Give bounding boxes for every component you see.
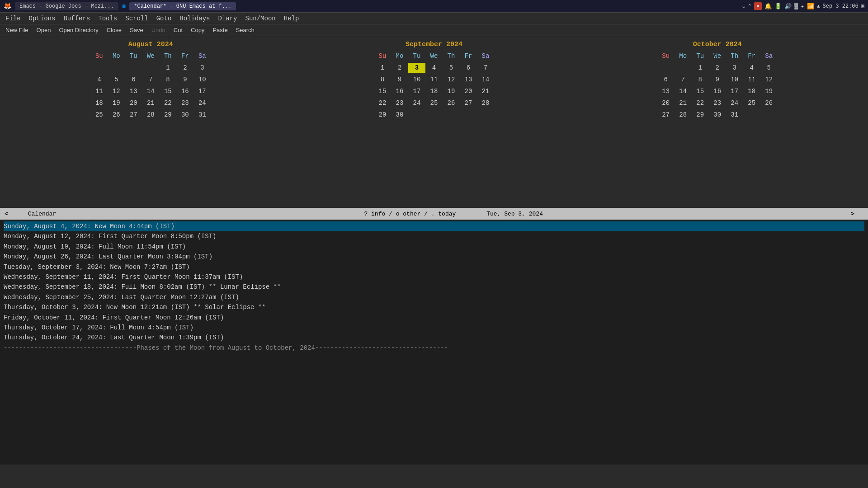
sep-19[interactable]: 19 — [443, 86, 460, 96]
sep-24[interactable]: 24 — [408, 98, 425, 108]
sep-3-today[interactable]: 3 — [408, 63, 425, 73]
chevron-up-icon[interactable]: ⌃ — [748, 3, 751, 9]
oct-26[interactable]: 26 — [760, 98, 778, 108]
oct-11[interactable]: 11 — [743, 75, 760, 84]
sep-25[interactable]: 25 — [425, 98, 443, 108]
oct-19[interactable]: 19 — [760, 86, 778, 96]
aug-8[interactable]: 8 — [159, 75, 176, 84]
aug-1[interactable]: 1 — [159, 63, 176, 73]
oct-8[interactable]: 8 — [692, 75, 709, 84]
sep-2[interactable]: 2 — [391, 63, 408, 73]
sep-28[interactable]: 28 — [477, 98, 494, 108]
sep-6[interactable]: 6 — [460, 63, 477, 73]
oct-7[interactable]: 7 — [675, 75, 692, 84]
sep-23[interactable]: 23 — [391, 98, 408, 108]
oct-30[interactable]: 30 — [709, 110, 726, 120]
aug-9[interactable]: 9 — [176, 75, 193, 84]
open-directory-button[interactable]: Open Directory — [55, 26, 102, 34]
sep-27[interactable]: 27 — [460, 98, 477, 108]
aug-14[interactable]: 14 — [142, 86, 159, 96]
oct-12[interactable]: 12 — [760, 75, 778, 84]
oct-4[interactable]: 4 — [743, 63, 760, 73]
aug-15[interactable]: 15 — [159, 86, 176, 96]
sep-16[interactable]: 16 — [391, 86, 408, 96]
sep-22[interactable]: 22 — [374, 98, 391, 108]
oct-18[interactable]: 18 — [743, 86, 760, 96]
aug-24[interactable]: 24 — [193, 98, 211, 108]
sep-17[interactable]: 17 — [408, 86, 425, 96]
new-file-button[interactable]: New File — [2, 26, 32, 34]
oct-15[interactable]: 15 — [692, 86, 709, 96]
aug-16[interactable]: 16 — [176, 86, 193, 96]
menu-scroll[interactable]: Scroll — [122, 14, 151, 23]
aug-20[interactable]: 20 — [125, 98, 142, 108]
sep-26[interactable]: 26 — [443, 98, 460, 108]
oct-1[interactable]: 1 — [692, 63, 709, 73]
oct-13[interactable]: 13 — [657, 86, 675, 96]
sep-9[interactable]: 9 — [391, 75, 408, 84]
aug-18[interactable]: 18 — [90, 98, 108, 108]
oct-21[interactable]: 21 — [675, 98, 692, 108]
tab-emacs-calendar[interactable]: *Calendar* - GNU Emacs at f... — [129, 2, 236, 10]
sep-8[interactable]: 8 — [374, 75, 391, 84]
expand-icon[interactable]: ▲ — [817, 4, 820, 9]
sep-30[interactable]: 30 — [391, 110, 408, 120]
aug-7[interactable]: 7 — [142, 75, 159, 84]
menu-holidays[interactable]: Holidays — [176, 14, 213, 23]
aug-31[interactable]: 31 — [193, 110, 211, 120]
paste-button[interactable]: Paste — [209, 26, 231, 34]
oct-27[interactable]: 27 — [657, 110, 675, 120]
sep-4[interactable]: 4 — [425, 63, 443, 73]
prev-button[interactable]: < — [5, 211, 8, 217]
oct-22[interactable]: 22 — [692, 98, 709, 108]
aug-3[interactable]: 3 — [193, 63, 211, 73]
oct-9[interactable]: 9 — [709, 75, 726, 84]
aug-28[interactable]: 28 — [142, 110, 159, 120]
menu-diary[interactable]: Diary — [215, 14, 241, 23]
oct-3[interactable]: 3 — [726, 63, 743, 73]
oct-31[interactable]: 31 — [726, 110, 743, 120]
oct-16[interactable]: 16 — [709, 86, 726, 96]
output-area[interactable]: Sunday, August 4, 2024: New Moon 4:44pm … — [0, 220, 868, 465]
aug-30[interactable]: 30 — [176, 110, 193, 120]
aug-25[interactable]: 25 — [90, 110, 108, 120]
sep-15[interactable]: 15 — [374, 86, 391, 96]
aug-10[interactable]: 10 — [193, 75, 211, 84]
sep-11[interactable]: 11 — [425, 75, 443, 84]
aug-4[interactable]: 4 — [90, 75, 108, 84]
aug-5[interactable]: 5 — [108, 75, 125, 84]
aug-23[interactable]: 23 — [176, 98, 193, 108]
close-icon[interactable]: ✕ — [754, 2, 762, 10]
oct-5[interactable]: 5 — [760, 63, 778, 73]
aug-19[interactable]: 19 — [108, 98, 125, 108]
sep-13[interactable]: 13 — [460, 75, 477, 84]
aug-26[interactable]: 26 — [108, 110, 125, 120]
sep-5[interactable]: 5 — [443, 63, 460, 73]
aug-27[interactable]: 27 — [125, 110, 142, 120]
menu-options[interactable]: Options — [25, 14, 59, 23]
maximize-icon[interactable]: ▣ — [861, 3, 864, 9]
oct-23[interactable]: 23 — [709, 98, 726, 108]
save-button[interactable]: Save — [126, 26, 147, 34]
undo-button[interactable]: Undo — [148, 26, 169, 34]
tab-google-docs[interactable]: Emacs - Google Docs — Mozi... — [15, 2, 118, 10]
sep-12[interactable]: 12 — [443, 75, 460, 84]
aug-13[interactable]: 13 — [125, 86, 142, 96]
menu-sunmoon[interactable]: Sun/Moon — [242, 14, 279, 23]
aug-12[interactable]: 12 — [108, 86, 125, 96]
copy-button[interactable]: Copy — [187, 26, 208, 34]
oct-24[interactable]: 24 — [726, 98, 743, 108]
menu-file[interactable]: File — [2, 14, 24, 23]
oct-2[interactable]: 2 — [709, 63, 726, 73]
cut-button[interactable]: Cut — [170, 26, 186, 34]
oct-14[interactable]: 14 — [675, 86, 692, 96]
oct-6[interactable]: 6 — [657, 75, 675, 84]
aug-29[interactable]: 29 — [159, 110, 176, 120]
menu-goto[interactable]: Goto — [153, 14, 175, 23]
sep-10[interactable]: 10 — [408, 75, 425, 84]
next-button[interactable]: > — [851, 211, 854, 217]
aug-2[interactable]: 2 — [176, 63, 193, 73]
menu-tools[interactable]: Tools — [94, 14, 121, 23]
sep-21[interactable]: 21 — [477, 86, 494, 96]
sep-14[interactable]: 14 — [477, 75, 494, 84]
